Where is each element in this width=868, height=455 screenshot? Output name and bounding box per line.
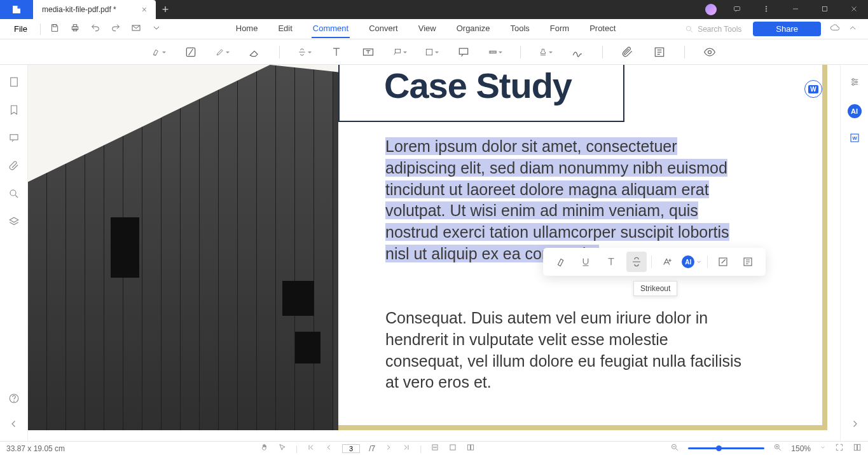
sel-ai-button[interactable]: AI: [682, 252, 702, 272]
new-tab-button[interactable]: +: [156, 3, 175, 17]
sel-strikeout-button[interactable]: [626, 252, 647, 272]
bookmarks-icon[interactable]: [8, 104, 20, 118]
search-panel-icon[interactable]: [8, 188, 20, 202]
pencil-tool[interactable]: [216, 45, 230, 59]
layers-icon[interactable]: [8, 216, 20, 230]
svg-rect-18: [426, 49, 432, 55]
svg-line-14: [691, 30, 692, 32]
more-icon[interactable]: [757, 5, 775, 15]
text-tool[interactable]: [329, 45, 343, 59]
app-logo[interactable]: [0, 0, 33, 19]
select-tool-icon[interactable]: [278, 443, 287, 454]
attachment-tool[interactable]: [621, 45, 635, 59]
tab-view[interactable]: View: [417, 20, 437, 38]
page-number-input[interactable]: [342, 444, 360, 453]
svg-rect-38: [468, 445, 471, 450]
svg-rect-10: [73, 24, 76, 26]
measure-tool[interactable]: [488, 45, 502, 59]
svg-point-32: [855, 81, 857, 83]
tab-home[interactable]: Home: [235, 20, 259, 38]
show-comments-tool[interactable]: [703, 45, 717, 59]
minimize-button[interactable]: [787, 5, 804, 15]
zoom-value[interactable]: 150%: [791, 444, 811, 453]
callout-tool[interactable]: [393, 45, 407, 59]
area-highlight-tool[interactable]: [184, 45, 198, 59]
zoom-slider[interactable]: [688, 447, 764, 449]
ai-sidebar-icon[interactable]: AI: [848, 104, 862, 118]
svg-line-42: [676, 449, 678, 451]
tab-tools[interactable]: Tools: [509, 20, 530, 38]
text-comment-tool[interactable]: [457, 45, 471, 59]
sel-text-add-button[interactable]: [657, 252, 677, 272]
paragraph-1-selected[interactable]: Lorem ipsum dolor sit amet, consectetuer…: [385, 136, 748, 265]
fit-page-icon[interactable]: [448, 443, 457, 454]
zoom-dropdown-icon[interactable]: [820, 443, 826, 454]
tab-protect[interactable]: Protect: [588, 20, 617, 38]
first-page-icon[interactable]: [307, 443, 315, 454]
signature-tool[interactable]: [570, 45, 584, 59]
fullscreen-icon[interactable]: [835, 443, 844, 454]
fit-width-icon[interactable]: [431, 443, 439, 454]
sel-edit-button[interactable]: [713, 252, 733, 272]
document-canvas[interactable]: Case Study Lorem ipsum dolor sit amet, c…: [28, 65, 840, 441]
view-mode-icon[interactable]: [853, 443, 862, 454]
close-window-button[interactable]: [845, 5, 863, 15]
menubar: File Home Edit Comment Convert View Orga…: [0, 19, 868, 39]
sel-caret-button[interactable]: [601, 252, 621, 272]
strikethrough-tool[interactable]: [298, 45, 312, 59]
next-page-icon[interactable]: [384, 443, 393, 454]
zoom-in-icon[interactable]: [773, 443, 782, 454]
undo-icon[interactable]: [90, 23, 100, 36]
sel-highlight-button[interactable]: [551, 252, 571, 272]
quick-dropdown-icon[interactable]: [151, 23, 162, 36]
svg-point-22: [708, 50, 711, 53]
paragraph-2[interactable]: Consequat. Duis autem vel eum iriure dol…: [385, 308, 748, 393]
link-tool[interactable]: [652, 45, 666, 59]
mail-icon[interactable]: [131, 23, 141, 36]
cloud-sync-icon[interactable]: [830, 23, 840, 36]
word-sidebar-icon[interactable]: W: [849, 132, 860, 146]
highlight-tool[interactable]: [152, 45, 166, 59]
collapse-ribbon-icon[interactable]: [848, 23, 858, 36]
last-page-icon[interactable]: [402, 443, 411, 454]
user-avatar[interactable]: [705, 4, 717, 15]
document-tab[interactable]: media-kit-file-pdf.pdf * ×: [33, 0, 156, 19]
chat-icon[interactable]: [728, 5, 746, 15]
tab-edit[interactable]: Edit: [277, 20, 293, 38]
file-menu[interactable]: File: [5, 24, 36, 34]
maximize-button[interactable]: [816, 5, 834, 15]
word-export-badge[interactable]: W: [804, 80, 822, 98]
tab-form[interactable]: Form: [549, 20, 570, 38]
collapse-right-icon[interactable]: [849, 421, 860, 431]
stamp-tool[interactable]: [539, 45, 553, 59]
search-tools[interactable]: Search Tools: [685, 25, 741, 34]
help-icon[interactable]: [8, 393, 20, 407]
sel-copy-button[interactable]: [738, 252, 758, 272]
tab-convert[interactable]: Convert: [368, 20, 399, 38]
svg-rect-9: [72, 27, 78, 30]
textbox-tool[interactable]: [361, 45, 375, 59]
svg-point-28: [13, 401, 14, 402]
tab-organize[interactable]: Organize: [455, 20, 492, 38]
comments-panel-icon[interactable]: [8, 132, 20, 146]
eraser-tool[interactable]: [247, 45, 261, 59]
zoom-out-icon[interactable]: [670, 443, 679, 454]
reading-mode-icon[interactable]: [466, 443, 475, 454]
attachments-panel-icon[interactable]: [8, 160, 20, 174]
properties-icon[interactable]: [849, 76, 860, 90]
share-button[interactable]: Share: [753, 22, 821, 36]
svg-rect-17: [395, 49, 400, 53]
close-tab-icon[interactable]: ×: [142, 4, 147, 15]
barn-image: [28, 65, 338, 430]
print-icon[interactable]: [70, 23, 80, 36]
save-icon[interactable]: [50, 23, 60, 36]
hand-tool-icon[interactable]: [260, 443, 269, 454]
thumbnails-icon[interactable]: [8, 76, 20, 90]
collapse-left-icon[interactable]: [8, 418, 20, 432]
left-sidebar: [0, 65, 28, 441]
tab-comment[interactable]: Comment: [312, 20, 350, 38]
note-tool[interactable]: [425, 45, 439, 59]
sel-underline-button[interactable]: [575, 252, 596, 272]
prev-page-icon[interactable]: [324, 443, 333, 454]
redo-icon[interactable]: [111, 23, 121, 36]
